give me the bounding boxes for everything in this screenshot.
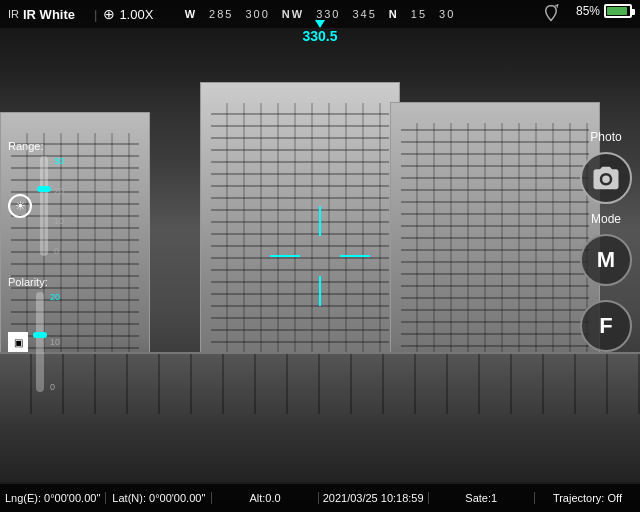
range-label: Range: bbox=[8, 140, 64, 152]
datetime-cell: 2021/03/25 10:18:59 bbox=[319, 492, 429, 504]
brightness-icon[interactable]: ☀ bbox=[8, 194, 32, 218]
polarity-thumb[interactable] bbox=[33, 332, 47, 338]
ir-icon: IR bbox=[8, 8, 19, 20]
svg-point-0 bbox=[602, 176, 610, 184]
satellite-value: Sate:1 bbox=[465, 492, 497, 504]
foreground-area bbox=[0, 352, 640, 482]
compass-n: N bbox=[389, 8, 399, 20]
datetime-value: 2021/03/25 10:18:59 bbox=[323, 492, 424, 504]
zoom-icon: ⊕ bbox=[103, 6, 115, 22]
camera-view bbox=[0, 0, 640, 512]
polarity-control: Polarity: ▣ 20 10 0 bbox=[8, 276, 64, 392]
photo-label: Photo bbox=[590, 130, 621, 144]
altitude-value: Alt:0.0 bbox=[249, 492, 280, 504]
polarity-icon[interactable]: ▣ bbox=[8, 332, 28, 352]
battery-fill bbox=[607, 7, 627, 15]
compass-nw: NW bbox=[282, 8, 304, 20]
compass-ticks: W 285 300 NW 330 345 N 15 30 bbox=[185, 8, 456, 20]
color-mode: IR White bbox=[23, 7, 75, 22]
compass-30: 30 bbox=[439, 8, 455, 20]
battery-percentage: 85% bbox=[576, 4, 600, 18]
polarity-label: Polarity: bbox=[8, 276, 64, 288]
battery-icon bbox=[604, 4, 632, 18]
focus-button-text: F bbox=[599, 313, 612, 339]
range-slider[interactable] bbox=[40, 156, 48, 256]
compass-345: 345 bbox=[352, 8, 376, 20]
polarity-slider[interactable] bbox=[36, 292, 44, 392]
compass-pointer-icon bbox=[315, 20, 325, 28]
range-tick-30: 30 bbox=[54, 156, 64, 166]
trajectory-cell: Trajectory: Off bbox=[535, 492, 640, 504]
compass-300: 300 bbox=[245, 8, 269, 20]
polarity-tick-10: 10 bbox=[50, 337, 60, 347]
bottom-status-bar: Lng(E): 0°00'00.00" Lat(N): 0°00'00.00" … bbox=[0, 484, 640, 512]
mode-label: IR IR White bbox=[8, 7, 88, 22]
gps-signal-icon bbox=[542, 4, 560, 26]
range-thumb[interactable] bbox=[37, 186, 51, 192]
latitude-value: Lat(N): 0°00'00.00" bbox=[112, 492, 205, 504]
compass-w: W bbox=[185, 8, 197, 20]
polarity-ticks: 20 10 0 bbox=[50, 292, 60, 392]
battery-area: 85% bbox=[576, 4, 632, 18]
trajectory-value: Trajectory: Off bbox=[553, 492, 622, 504]
mode-button-label: Mode bbox=[591, 212, 621, 226]
range-tick-10: 10 bbox=[54, 216, 64, 226]
polarity-slider-container: ▣ 20 10 0 bbox=[8, 292, 64, 392]
camera-icon bbox=[591, 163, 621, 193]
range-control: Range: ☀ 30 20 10 0 bbox=[8, 140, 64, 256]
alt-cell: Alt:0.0 bbox=[212, 492, 318, 504]
range-ticks: 30 20 10 0 bbox=[54, 156, 64, 256]
compass-285: 285 bbox=[209, 8, 233, 20]
range-slider-container: ☀ 30 20 10 0 bbox=[8, 156, 64, 256]
compass-heading: 330.5 bbox=[302, 28, 337, 44]
mode-button[interactable]: M bbox=[580, 234, 632, 286]
focus-button[interactable]: F bbox=[580, 300, 632, 352]
range-tick-20: 20 bbox=[54, 186, 64, 196]
compass-330: 330 bbox=[316, 8, 340, 20]
lng-cell: Lng(E): 0°00'00.00" bbox=[0, 492, 106, 504]
lat-cell: Lat(N): 0°00'00.00" bbox=[106, 492, 212, 504]
longitude-value: Lng(E): 0°00'00.00" bbox=[5, 492, 100, 504]
right-panel: Photo Mode M F bbox=[580, 130, 632, 352]
left-panel: Range: ☀ 30 20 10 0 Polarity: ▣ bbox=[8, 140, 64, 392]
compass-15: 15 bbox=[411, 8, 427, 20]
range-tick-0: 0 bbox=[54, 246, 64, 256]
polarity-tick-0: 0 bbox=[50, 382, 60, 392]
photo-button[interactable] bbox=[580, 152, 632, 204]
polarity-tick-20: 20 bbox=[50, 292, 60, 302]
mode-button-text: M bbox=[597, 247, 615, 273]
sate-cell: Sate:1 bbox=[429, 492, 535, 504]
